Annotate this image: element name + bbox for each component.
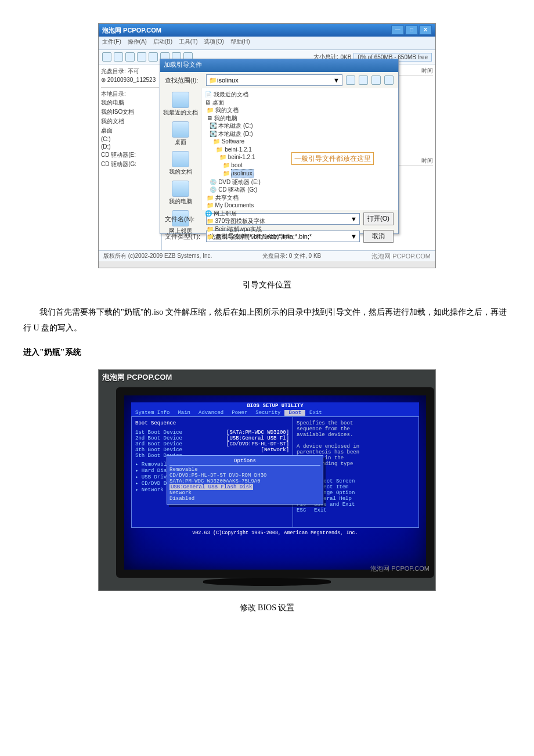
tab-security[interactable]: Security [251,410,284,416]
place-recent[interactable]: 我最近的文档 [163,92,198,117]
tab-system-info[interactable]: System Info [131,410,174,416]
watermark-title: 泡泡网 PCPOP.COM [102,26,161,35]
tree-item[interactable]: CD 驱动器(G: [101,160,159,169]
places-bar: 我最近的文档 桌面 我的文档 我的电脑 网上邻居 [160,88,201,210]
help-key: ESCExit [297,507,415,513]
popup-option[interactable]: Disabled [169,496,320,502]
tool-icon[interactable] [137,52,146,62]
open-file-dialog: 加载引导文件 查找范围(I): 📁 isolinux▼ 我最近的文档 桌面 我的… [160,59,399,234]
watermark-title: 泡泡网 PCPOP.COM [102,372,172,383]
screenshot-file-dialog: 泡泡网 PCPOP.COM — □ X 文件(F) 操作(A) 启动(B) 工具… [98,23,436,268]
tree-item[interactable]: (D:) [101,143,159,150]
copyright-text: 版权所有 (c)2002-2009 EZB Systems, Inc. [103,252,212,260]
help-line: available devices. [297,432,415,438]
close-icon[interactable]: X [419,26,432,35]
place-desktop[interactable]: 桌面 [172,121,189,146]
tree-item[interactable]: 我的ISO文档 [101,107,159,117]
place-computer[interactable]: 我的电脑 [169,181,192,206]
screenshot-bios: 泡泡网 PCPOP.COM BIOS SETUP UTILITY System … [98,369,436,591]
tree-item[interactable]: 我的文档 [101,117,159,126]
filetype-label: 文件类型(T): [165,232,203,241]
folder-tree[interactable]: 📄 我最近的文档 🖥 桌面 📁 我的文档 🖥 我的电脑 💽 本地磁盘 (C:) … [201,88,398,210]
bios-tabs: System Info Main Advanced Power Security… [131,409,419,416]
bios-screen: BIOS SETUP UTILITY System Info Main Adva… [131,402,419,563]
boot-row[interactable]: 1st Boot Device[SATA:PM-WDC WD3200] [135,430,289,435]
annotation-callout: 一般引导文件都放在这里 [291,152,374,165]
tab-exit[interactable]: Exit [305,410,326,416]
back-icon[interactable] [346,75,355,85]
tab-main[interactable]: Main [174,410,194,416]
options-popup: Options Removable CD/DVD:PS-HL-DT-ST DVD… [167,455,323,505]
caption-1: 引导文件位置 [23,280,511,290]
boot-row[interactable]: 3rd Boot Device[CD/DVD:PS-HL-DT-ST] [135,441,289,447]
disk-dir-value: 不可 [128,68,139,74]
tree-item[interactable]: ⊕ 20100930_112523 [101,76,159,84]
popup-option[interactable]: SATA:PM-WDC WD3200AAKS-75L9A0 [169,478,320,484]
monitor-stand [238,570,296,578]
newfolder-icon[interactable] [371,75,381,85]
maximize-icon[interactable]: □ [405,26,418,35]
menu-file[interactable]: 文件(F) [102,38,121,45]
watermark-br: 泡泡网 PCPOP.COM [370,564,430,573]
filename-label: 文件名(N): [165,215,203,224]
monitor-bezel: BIOS SETUP UTILITY System Info Main Adva… [116,387,434,578]
left-panel: 光盘目录: 不可 ⊕ 20100930_112523 本地目录: 我的电脑 我的… [99,64,162,250]
popup-option[interactable]: CD/DVD:PS-HL-DT-ST DVD-ROM DH30 [169,473,320,478]
selected-folder: isolinux [231,169,254,178]
statusbar: 版权所有 (c)2002-2009 EZB Systems, Inc. 光盘目录… [99,250,435,261]
window-titlebar: 泡泡网 PCPOP.COM — □ X [99,24,435,37]
disk-dir-label: 光盘目录: [101,68,126,74]
menubar: 文件(F) 操作(A) 启动(B) 工具(T) 选项(O) 帮助(H) [99,37,435,50]
tree-item[interactable]: CD 驱动器(E: [101,150,159,160]
tree-item[interactable]: 桌面 [101,126,159,135]
popup-option-selected[interactable]: USB:General USB Flash Disk [169,484,320,490]
help-line: sequence from the [297,426,415,432]
minimize-icon[interactable]: — [391,26,404,35]
place-documents[interactable]: 我的文档 [169,151,192,176]
menu-help[interactable]: 帮助(H) [230,38,250,45]
help-line: Specifies the boot [297,420,415,426]
tab-boot[interactable]: Boot [284,410,305,416]
boot-sequence-header: Boot Sequence [135,420,289,426]
new-icon[interactable] [102,52,111,62]
tool-icon[interactable] [149,52,158,62]
lookin-label: 查找范围(I): [165,76,203,85]
tree-item[interactable]: (C:) [101,135,159,143]
popup-option[interactable]: Network [169,490,320,496]
popup-title: Options [169,458,320,466]
tab-advanced[interactable]: Advanced [194,410,228,416]
save-icon[interactable] [125,52,135,62]
dialog-title: 加载引导文件 [160,59,398,72]
caption-2: 修改 BIOS 设置 [23,603,511,613]
body-paragraph: 我们首先需要将下载的"奶瓶"的.iso 文件解压缩，然后在如上图所示的目录中找到… [23,305,511,336]
bios-footer: v02.63 (C)Copyright 1985-2008, American … [131,530,419,536]
section-heading: 进入"奶瓶"系统 [23,347,511,358]
menu-boot[interactable]: 启动(B) [153,38,172,45]
menu-tools[interactable]: 工具(T) [179,38,198,45]
watermark-br: 泡泡网 PCPOP.COM [371,252,431,261]
boot-row[interactable]: 2nd Boot Device[USB:General USB Fl] [135,435,289,441]
boot-row[interactable]: 4th Boot Device[Network] [135,447,289,453]
tab-power[interactable]: Power [228,410,251,416]
window-buttons: — □ X [391,26,432,35]
bios-left-pane: Boot Sequence 1st Boot Device[SATA:PM-WD… [132,417,293,527]
up-icon[interactable] [359,75,368,85]
view-icon[interactable] [384,75,394,85]
help-line: parenthesis has been [297,449,415,455]
open-icon[interactable] [114,52,123,62]
local-dir-label: 本地目录: [101,87,159,98]
menu-action[interactable]: 操作(A) [128,38,147,45]
statusbar-right: 光盘目录: 0 文件, 0 KB [262,252,321,260]
bios-title: BIOS SETUP UTILITY [131,402,419,409]
menu-options[interactable]: 选项(O) [204,38,223,45]
help-line: A device enclosed in [297,444,415,449]
tree-item[interactable]: 我的电脑 [101,98,159,107]
lookin-dropdown[interactable]: 📁 isolinux▼ [206,74,342,86]
popup-option[interactable]: Removable [169,467,320,473]
